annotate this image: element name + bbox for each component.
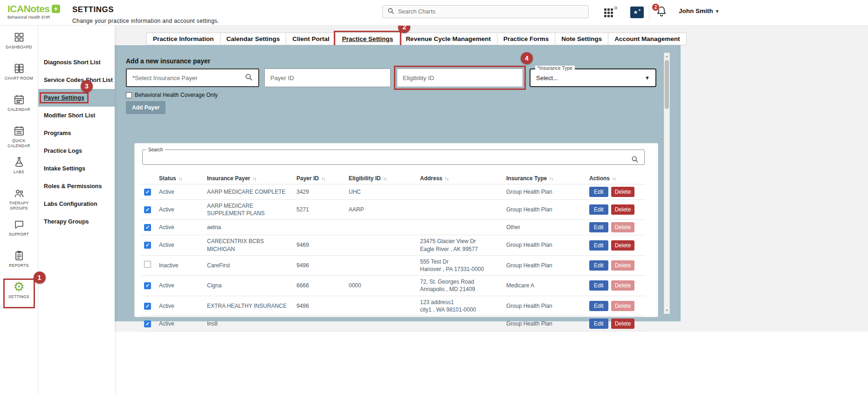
sidebar-item-calendar[interactable]: CALENDAR [0, 93, 38, 124]
apps-grid-icon[interactable] [604, 7, 617, 19]
tab-account-management[interactable]: Account Management [608, 33, 686, 45]
row-status: Active [159, 239, 207, 251]
menu-item-payer-settings[interactable]: 3 Payer Settings [38, 89, 115, 107]
row-address [420, 207, 506, 212]
edit-button[interactable]: Edit [589, 240, 608, 251]
edit-button[interactable]: Edit [589, 222, 608, 232]
delete-button[interactable]: Delete [611, 280, 635, 291]
edit-button[interactable]: Edit [589, 301, 608, 311]
star-icon: ★ [633, 10, 638, 15]
payers-table: Status↑↓ Insurance Payer↑↓ Payer ID↑↓ El… [140, 172, 645, 332]
sidebar-label: THERAPY GROUPS [5, 201, 34, 211]
sidebar-item-support[interactable]: SUPPORT [0, 217, 38, 249]
delete-button[interactable]: Delete [611, 301, 635, 311]
vertical-scrollbar[interactable]: ▲ ▼ [664, 53, 670, 314]
edit-button[interactable]: Edit [589, 319, 608, 329]
delete-button[interactable]: Delete [611, 222, 635, 232]
edit-button[interactable]: Edit [589, 280, 608, 291]
row-checkbox[interactable] [144, 242, 151, 249]
row-eligibility-id [349, 225, 420, 230]
sidebar-item-reports[interactable]: REPORTS [0, 249, 38, 280]
tab-note-settings[interactable]: Note Settings [555, 33, 608, 45]
col-insurance-payer[interactable]: Insurance Payer↑↓ [207, 175, 296, 182]
tab-revenue-cycle-management[interactable]: Revenue Cycle Management [399, 33, 497, 45]
row-checkbox[interactable] [144, 206, 151, 213]
quick-calendar-icon [14, 125, 25, 137]
select-insurance-payer-field[interactable] [126, 68, 259, 87]
payer-id-input[interactable] [270, 75, 385, 82]
notifications-bell-icon[interactable]: 2 [655, 5, 669, 20]
row-checkbox[interactable] [144, 224, 151, 231]
sidebar-item-chart-room[interactable]: CHART ROOM [0, 61, 38, 93]
row-eligibility-id: 0000 [349, 279, 420, 292]
delete-button[interactable]: Delete [611, 240, 635, 251]
eligibility-id-input[interactable] [403, 75, 517, 82]
delete-button[interactable]: Delete [611, 187, 635, 197]
table-search-input[interactable] [147, 156, 623, 163]
coverage-checkbox-row: Behavioral Health Coverage Only [126, 92, 218, 98]
eligibility-id-highlight: 4 [397, 68, 523, 87]
sidebar-item-quick-calendar[interactable]: QUICK CALENDAR [0, 124, 38, 155]
payer-search-icon [245, 73, 253, 83]
sort-icon: ↑↓ [549, 176, 553, 181]
col-actions[interactable]: Actions↑↓ [589, 175, 645, 182]
select-insurance-payer-input[interactable] [132, 75, 245, 82]
scrollbar-thumb[interactable] [665, 60, 669, 109]
eligibility-id-field[interactable] [397, 68, 523, 87]
tab-calendar-settings[interactable]: Calendar Settings [220, 33, 287, 45]
search-charts-input[interactable] [398, 8, 584, 15]
add-payer-heading: Add a new insurance payer [126, 57, 210, 65]
menu-item-programs[interactable]: Programs [38, 124, 115, 142]
tab-practice-settings[interactable]: 2 Practice Settings [336, 33, 400, 45]
tab-practice-forms[interactable]: Practice Forms [497, 33, 556, 45]
row-address: 72, St. Georges RoadAnnapolis , MD 21409 [420, 276, 506, 295]
notification-count-badge: 2 [652, 3, 660, 11]
icanotes-logo[interactable]: ICANotes + Behavioral Health EHR [7, 3, 60, 20]
user-menu[interactable]: John Smith ▾ [679, 7, 719, 14]
menu-item-roles-permissions[interactable]: Roles & Permissions [38, 177, 115, 195]
col-insurance-type[interactable]: Insurance Type↑↓ [506, 175, 589, 182]
scrollbar-up-icon[interactable]: ▲ [664, 53, 669, 59]
payer-id-field[interactable] [264, 68, 391, 87]
col-status[interactable]: Status↑↓ [159, 175, 207, 182]
row-checkbox[interactable] [144, 282, 151, 289]
sidebar-item-therapy-groups[interactable]: THERAPY GROUPS [0, 186, 38, 217]
sidebar-item-labs[interactable]: LABS [0, 155, 38, 186]
edit-button[interactable]: Edit [589, 187, 608, 197]
col-eligibility-id[interactable]: Eligibility ID↑↓ [349, 175, 420, 182]
menu-item-labs-configuration[interactable]: Labs Configuration [38, 195, 115, 213]
tab-practice-information[interactable]: Practice Information [146, 33, 220, 45]
table-search-fieldset[interactable]: Search [142, 147, 645, 165]
dropdown-arrow-icon: ▼ [645, 75, 650, 81]
menu-item-modifier-short-list[interactable]: Modifier Short List [38, 107, 115, 124]
delete-button[interactable]: Delete [611, 204, 635, 215]
col-address[interactable]: Address↑↓ [420, 175, 506, 182]
coverage-checkbox[interactable] [126, 92, 132, 98]
menu-item-practice-logs[interactable]: Practice Logs [38, 142, 115, 160]
insurance-type-select[interactable]: *Insurance Type Select... ▼ [530, 68, 656, 87]
row-eligibility-id [349, 321, 420, 326]
add-bookmark-icon[interactable]: ★ + [630, 7, 644, 18]
scrollbar-down-icon[interactable]: ▼ [664, 307, 669, 313]
edit-button[interactable]: Edit [589, 204, 608, 215]
col-payer-id[interactable]: Payer ID↑↓ [296, 175, 349, 182]
tab-client-portal[interactable]: Client Portal [286, 33, 336, 45]
row-checkbox[interactable] [144, 261, 151, 268]
menu-item-intake-settings[interactable]: Intake Settings [38, 160, 115, 177]
row-checkbox[interactable] [144, 320, 151, 327]
sidebar-item-settings[interactable]: 1 ⚙ SETTINGS [0, 280, 38, 311]
add-payer-button[interactable]: Add Payer [126, 101, 165, 114]
row-checkbox[interactable] [144, 189, 151, 196]
row-payer-id [296, 321, 349, 326]
row-checkbox[interactable] [144, 303, 151, 310]
delete-button[interactable]: Delete [611, 319, 635, 329]
menu-item-therapy-groups[interactable]: Therapy Groups [38, 213, 115, 231]
sidebar-label: REPORTS [9, 263, 29, 268]
menu-item-service-codes-short-list[interactable]: Service Codes Short List [38, 71, 115, 89]
row-payer-id: 3429 [296, 186, 349, 198]
sidebar-item-dashboard[interactable]: DASHBOARD [0, 30, 38, 61]
search-charts-box[interactable] [382, 5, 589, 18]
edit-button[interactable]: Edit [589, 260, 608, 271]
menu-item-diagnosis-short-list[interactable]: Diagnosis Short List [38, 54, 115, 71]
delete-button[interactable]: Delete [611, 260, 635, 271]
